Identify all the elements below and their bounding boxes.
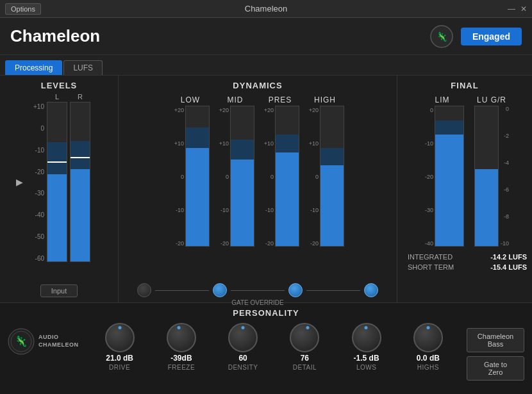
dynamics-high-scale: +20+100-10-20 (306, 106, 319, 247)
app-title: Chameleon (10, 26, 100, 46)
svg-text:🦎: 🦎 (15, 335, 28, 347)
play-button[interactable]: ▶ (16, 177, 23, 187)
short-term-label: SHORT TERM (408, 263, 454, 271)
final-lim: LIM 0-10-20-30-40 (420, 95, 464, 247)
final-meters: LIM 0-10-20-30-40 LU G/R (420, 95, 509, 247)
short-term-value: -15.4 LUFS (490, 263, 527, 271)
minimize-button[interactable]: — (508, 4, 515, 13)
levels-left-meter (47, 102, 67, 262)
dynamics-high: HIGH +20+100-10-20 (306, 95, 344, 247)
detail-knob[interactable] (290, 323, 319, 352)
dynamics-mid-bar (230, 106, 254, 247)
highs-label: HIGHS (417, 364, 439, 371)
levels-scale: +100-10-20-30-40-50-60 (28, 102, 44, 262)
chameleon-logo-icon: 🦎 (430, 25, 453, 48)
levels-title: LEVELS (41, 81, 78, 90)
final-lim-bar (435, 106, 464, 247)
personality-controls: 🦎 AUDIOCHAMELEON 21.0 dB DRIVE -39dB FRE… (8, 323, 524, 394)
freeze-value: -39dB (170, 354, 192, 363)
final-stats: INTEGRATED -14.2 LUFS SHORT TERM -15.4 L… (403, 253, 527, 274)
knob-drive: 21.0 dB DRIVE (89, 323, 151, 371)
tab-processing[interactable]: Processing (5, 60, 62, 75)
tab-lufs[interactable]: LUFS (63, 60, 103, 75)
detail-label: DETAIL (293, 364, 317, 371)
final-lugr-scale: 0-2-4-6-8-10 (500, 106, 509, 247)
dynamics-pres-bar (275, 106, 299, 247)
dynamics-title: DYNAMICS (233, 81, 282, 90)
options-button[interactable]: Options (5, 3, 41, 15)
dynamics-meters: LOW +20+100-10-20 MID +20+100-10-20 (124, 95, 392, 278)
drive-label: DRIVE (109, 364, 130, 371)
audio-chameleon-logo: 🦎 AUDIOCHAMELEON (8, 328, 79, 355)
lows-value: -1.5 dB (354, 354, 379, 363)
final-lim-label: LIM (435, 95, 449, 104)
final-lugr-label: LU G/R (477, 95, 506, 104)
levels-meter-area: +100-10-20-30-40-50-60 (5, 102, 113, 281)
close-button[interactable]: ✕ (520, 4, 527, 13)
detail-value: 76 (301, 354, 309, 363)
logo-text: AUDIOCHAMELEON (38, 334, 79, 349)
personality-panel: PERSONALITY 🦎 AUDIOCHAMELEON 21.0 dB DRI… (0, 303, 532, 394)
header-right: 🦎 Engaged (430, 25, 522, 48)
integrated-row: INTEGRATED -14.2 LUFS (408, 253, 527, 261)
integrated-label: INTEGRATED (408, 253, 453, 261)
final-panel: FINAL LIM 0-10-20-30-40 LU G/R (397, 76, 532, 302)
side-buttons: ChameleonBass Gate toZero (467, 328, 524, 381)
knob-highs: 0.0 dB HIGHS (397, 323, 459, 371)
density-value: 60 (238, 354, 247, 363)
knob-lows: -1.5 dB LOWS (336, 323, 397, 371)
levels-left-label: L (47, 93, 67, 101)
final-lugr-bar (474, 106, 499, 247)
freeze-knob[interactable] (167, 323, 196, 352)
gate-knob-2[interactable] (213, 283, 227, 297)
gate-to-zero-button[interactable]: Gate toZero (467, 356, 524, 381)
input-button[interactable]: Input (40, 284, 78, 297)
dynamics-panel: DYNAMICS LOW +20+100-10-20 MID (119, 76, 397, 302)
personality-title: PERSONALITY (8, 308, 524, 318)
main-header: Chameleon 🦎 Engaged (0, 18, 532, 55)
tabs-bar: Processing LUFS (0, 55, 532, 76)
engaged-button[interactable]: Engaged (461, 28, 522, 45)
final-lugr: LU G/R 0-2-4-6-8-10 (474, 95, 509, 247)
title-bar-title: Chameleon (245, 4, 288, 13)
audio-chameleon-logo-icon: 🦎 (8, 328, 35, 355)
title-bar-controls: — ✕ (508, 4, 527, 13)
dynamics-low-label: LOW (181, 95, 200, 104)
gate-override-label: GATE OVERRIDE (231, 299, 284, 306)
dynamics-low: LOW +20+100-10-20 (171, 95, 210, 247)
lows-knob[interactable] (352, 323, 381, 352)
drive-knob[interactable] (105, 323, 135, 352)
levels-panel: LEVELS L R +100-10-20-30-40-50-60 (0, 76, 119, 302)
svg-text:🦎: 🦎 (436, 31, 447, 42)
gate-knob-3[interactable] (288, 283, 303, 297)
title-bar-left: Options (5, 3, 41, 15)
density-label: DENSITY (228, 364, 258, 371)
chameleon-bass-button[interactable]: ChameleonBass (467, 328, 524, 352)
dynamics-low-scale: +20+100-10-20 (171, 106, 184, 247)
highs-value: 0.0 dB (417, 354, 440, 363)
final-lim-scale: 0-10-20-30-40 (420, 106, 433, 247)
dynamics-low-bar (185, 106, 210, 247)
dynamics-pres: PRES +20+100-10-20 (261, 95, 299, 247)
dynamics-high-label: HIGH (314, 95, 336, 104)
freeze-label: FREEZE (168, 364, 195, 371)
lows-label: LOWS (356, 364, 376, 371)
knob-density: 60 DENSITY (212, 323, 274, 371)
dynamics-mid: MID +20+100-10-20 (216, 95, 254, 247)
density-knob[interactable] (228, 323, 258, 352)
knob-freeze: -39dB FREEZE (151, 323, 212, 371)
title-bar: Options Chameleon — ✕ (0, 0, 532, 18)
integrated-value: -14.2 LUFS (490, 253, 527, 261)
dynamics-mid-scale: +20+100-10-20 (216, 106, 229, 247)
levels-right-label: R (70, 93, 90, 101)
levels-right-meter (70, 102, 90, 262)
gate-knob-4[interactable] (364, 283, 378, 297)
drive-value: 21.0 dB (106, 354, 133, 363)
dynamics-high-bar (320, 106, 344, 247)
gate-override-row: GATE OVERRIDE (137, 283, 378, 297)
short-term-row: SHORT TERM -15.4 LUFS (408, 263, 527, 271)
highs-knob[interactable] (413, 323, 443, 352)
gate-knob-1[interactable] (137, 283, 151, 297)
final-title: FINAL (451, 81, 478, 90)
content-area: LEVELS L R +100-10-20-30-40-50-60 (0, 76, 532, 303)
